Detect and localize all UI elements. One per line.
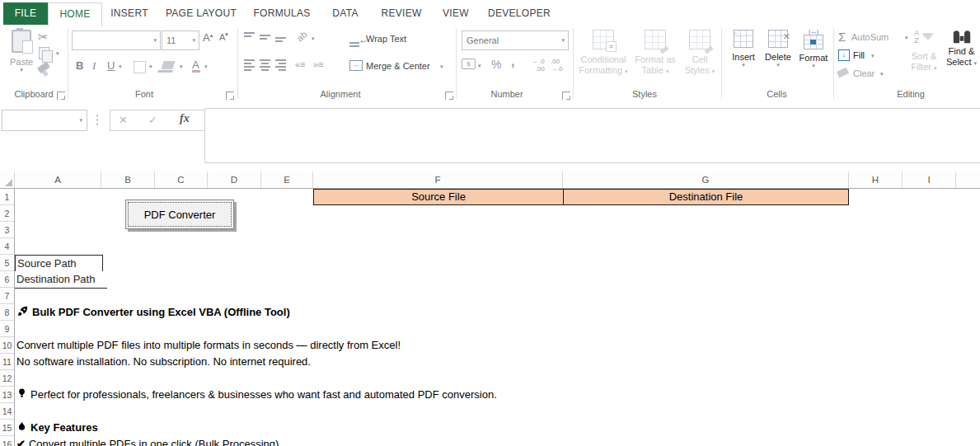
column-header-b[interactable]: B bbox=[101, 171, 155, 188]
cell-a5-source-path[interactable]: Source Path bbox=[15, 255, 103, 272]
row-header-8[interactable]: 8 bbox=[0, 304, 14, 321]
column-header-i[interactable]: I bbox=[903, 171, 956, 188]
row-header-12[interactable]: 12 bbox=[0, 370, 14, 387]
underline-dropdown-arrow[interactable]: ▾ bbox=[119, 63, 122, 70]
fill-color-dropdown-arrow[interactable]: ▾ bbox=[180, 63, 183, 70]
copy-dropdown-arrow[interactable]: ▾ bbox=[56, 50, 59, 57]
percent-style-button[interactable]: % bbox=[491, 58, 501, 71]
fill-dropdown-arrow[interactable]: ▾ bbox=[871, 53, 874, 59]
row-header-13[interactable]: 13 bbox=[0, 387, 14, 403]
cell-a10[interactable]: Convert multiple PDF files into multiple… bbox=[16, 337, 401, 354]
align-middle-button[interactable] bbox=[260, 35, 270, 40]
insert-function-icon[interactable]: fx bbox=[180, 112, 190, 125]
cancel-icon[interactable]: ✕ bbox=[119, 114, 128, 126]
cell-styles-button[interactable]: CellStyles ▾ bbox=[681, 30, 719, 77]
conditional-formatting-button[interactable]: ≠ ConditionalFormatting ▾ bbox=[577, 30, 630, 77]
column-header-f[interactable]: F bbox=[313, 171, 563, 188]
alignment-dialog-launcher[interactable] bbox=[445, 92, 453, 100]
wrap-text-icon[interactable]: ↩ bbox=[349, 32, 367, 47]
clear-label[interactable]: Clear bbox=[853, 68, 874, 78]
row-header-14[interactable]: 14 bbox=[0, 403, 14, 420]
shrink-font-button[interactable]: A▾ bbox=[219, 31, 228, 42]
delete-cells-button[interactable]: ✕ Delete ▾ bbox=[762, 30, 795, 68]
fill-color-button[interactable] bbox=[161, 61, 175, 69]
cell-a13[interactable]: Perfect for professionals, freelancers &… bbox=[16, 387, 497, 403]
increase-decimal-button[interactable]: ←.0 .00 bbox=[532, 58, 545, 73]
row-header-7[interactable]: 7 bbox=[0, 288, 14, 304]
column-header-a[interactable]: A bbox=[15, 171, 101, 188]
column-header-h[interactable]: H bbox=[849, 171, 903, 188]
name-box-dropdown-arrow[interactable]: ▾ bbox=[79, 117, 82, 124]
row-header-9[interactable]: 9 bbox=[0, 321, 14, 337]
format-cells-button[interactable]: |↔| Format ▾ bbox=[796, 30, 831, 69]
tab-developer[interactable]: DEVELOPER bbox=[480, 2, 559, 25]
sort-filter-button[interactable]: AZ ▼ Sort &Filter ▾ bbox=[905, 30, 943, 73]
borders-dropdown-arrow[interactable]: ▾ bbox=[149, 63, 152, 70]
clear-icon[interactable] bbox=[837, 68, 849, 78]
insert-cells-button[interactable]: ← Insert ▾ bbox=[727, 30, 760, 68]
find-select-button[interactable]: Find &Select ▾ bbox=[943, 30, 980, 68]
font-dialog-launcher[interactable] bbox=[226, 92, 234, 100]
font-name-combo[interactable]: ▾ bbox=[72, 31, 161, 50]
tab-view[interactable]: VIEW bbox=[432, 2, 480, 25]
tab-file[interactable]: FILE bbox=[3, 2, 48, 25]
tab-review[interactable]: REVIEW bbox=[371, 2, 432, 25]
row-header-2[interactable]: 2 bbox=[0, 205, 14, 222]
align-bottom-button[interactable] bbox=[275, 37, 286, 42]
fill-label[interactable]: Fill bbox=[853, 50, 865, 60]
bold-button[interactable]: B bbox=[76, 59, 83, 72]
autosum-icon[interactable]: Σ bbox=[838, 30, 846, 44]
formula-bar-resize-handle[interactable] bbox=[96, 114, 98, 125]
merge-center-label[interactable]: Merge & Center bbox=[366, 61, 430, 71]
font-size-combo[interactable]: 11▾ bbox=[162, 31, 199, 50]
cell-a6-destination-path[interactable]: Destination Path bbox=[15, 271, 107, 289]
cell-g1-destination-file[interactable]: Destination File bbox=[563, 189, 849, 205]
tab-data[interactable]: DATA bbox=[320, 2, 371, 25]
align-top-button[interactable] bbox=[244, 32, 255, 37]
decrease-indent-button[interactable]: «≡ bbox=[295, 59, 306, 69]
cell-f1-source-file[interactable]: Source File bbox=[313, 189, 564, 205]
align-left-button[interactable] bbox=[244, 59, 255, 71]
column-header-g[interactable]: G bbox=[563, 171, 849, 188]
merge-center-dropdown-arrow[interactable]: ▾ bbox=[440, 63, 443, 70]
row-header-6[interactable]: 6 bbox=[0, 271, 14, 288]
pdf-converter-button[interactable]: PDF Converter bbox=[125, 200, 234, 229]
merge-center-icon[interactable]: ↔ bbox=[349, 60, 363, 71]
align-center-button[interactable] bbox=[260, 59, 270, 71]
row-header-5[interactable]: 5 bbox=[0, 255, 14, 271]
row-header-16[interactable]: 16 bbox=[0, 436, 14, 446]
orientation-dropdown-arrow[interactable]: ▾ bbox=[312, 35, 315, 42]
wrap-text-label[interactable]: Wrap Text bbox=[366, 34, 406, 44]
cell-a16[interactable]: ✔Convert multiple PDFs in one click (Bul… bbox=[16, 436, 279, 446]
enter-icon[interactable]: ✓ bbox=[148, 114, 157, 126]
formula-bar-input[interactable] bbox=[204, 108, 980, 163]
column-header-d[interactable]: D bbox=[208, 171, 261, 188]
number-dialog-launcher[interactable] bbox=[562, 92, 570, 100]
tab-insert[interactable]: INSERT bbox=[101, 2, 158, 25]
comma-style-button[interactable]: , bbox=[511, 54, 514, 69]
italic-button[interactable]: I bbox=[92, 59, 96, 73]
increase-indent-button[interactable]: »≡ bbox=[313, 59, 324, 69]
row-header-15[interactable]: 15 bbox=[0, 420, 14, 436]
borders-button[interactable] bbox=[134, 61, 146, 73]
row-header-1[interactable]: 1 bbox=[0, 189, 14, 205]
tab-formulas[interactable]: FORMULAS bbox=[244, 2, 320, 25]
cut-icon[interactable]: ✂ bbox=[38, 30, 49, 45]
grow-font-button[interactable]: A▴ bbox=[203, 31, 213, 44]
fill-icon[interactable]: ↓ bbox=[838, 49, 850, 61]
decrease-decimal-button[interactable]: .00 →.0 bbox=[551, 58, 563, 73]
autosum-label[interactable]: AutoSum bbox=[851, 32, 889, 42]
column-header-c[interactable]: C bbox=[155, 171, 208, 188]
format-painter-icon[interactable] bbox=[37, 62, 50, 74]
clear-dropdown-arrow[interactable]: ▾ bbox=[880, 71, 884, 77]
copy-icon[interactable] bbox=[39, 47, 49, 59]
accounting-format-button[interactable]: $ bbox=[462, 59, 476, 69]
cell-a11[interactable]: No software installation. No subscriptio… bbox=[16, 354, 311, 370]
orientation-button[interactable]: ab bbox=[295, 29, 309, 43]
cell-a8[interactable]: Bulk PDF Converter using Excel VBA (Offl… bbox=[16, 304, 290, 321]
number-format-combo[interactable]: General▾ bbox=[462, 31, 569, 50]
row-header-4[interactable]: 4 bbox=[0, 238, 14, 255]
underline-button[interactable]: U bbox=[107, 59, 115, 72]
format-as-table-button[interactable]: Format asTable ▾ bbox=[631, 30, 679, 77]
align-right-button[interactable] bbox=[275, 59, 286, 71]
